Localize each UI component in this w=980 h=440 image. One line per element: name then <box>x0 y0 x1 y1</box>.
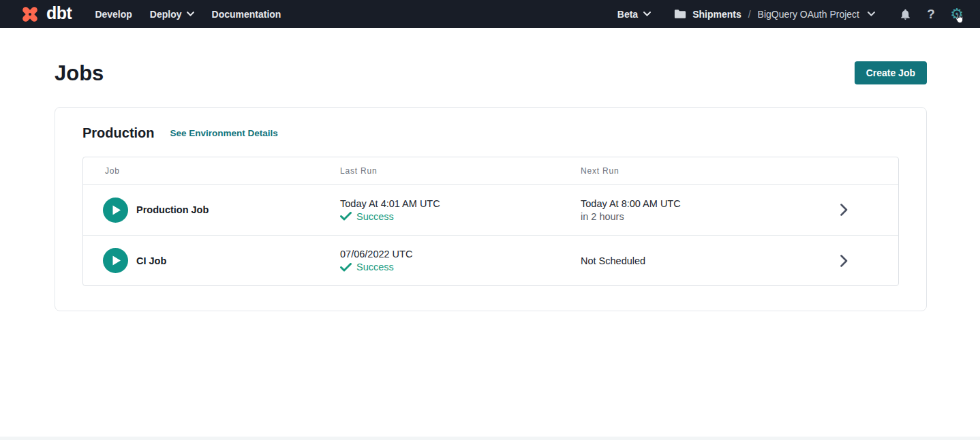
nav-item-develop-label: Develop <box>95 9 132 20</box>
navbar-right: Beta Shipments / BigQuery OAuth Project … <box>617 6 965 22</box>
column-header-next-run: Next Run <box>581 166 822 176</box>
chevron-down-icon <box>868 12 875 16</box>
job-name: CI Job <box>136 255 166 266</box>
question-mark-icon: ? <box>927 7 935 20</box>
nav-item-develop[interactable]: Develop <box>95 9 132 20</box>
table-row-production-job[interactable]: Production Job Today At 4:01 AM UTC Succ… <box>83 185 898 235</box>
check-icon <box>340 212 352 221</box>
job-cell: Production Job <box>103 198 340 223</box>
notifications-button[interactable] <box>897 6 913 22</box>
dbt-logo-icon <box>19 3 41 25</box>
jobs-table: Job Last Run Next Run Production Job Tod… <box>82 157 899 286</box>
column-header-last-run: Last Run <box>340 166 581 176</box>
viewport-bottom-edge <box>0 437 980 440</box>
folder-icon <box>674 9 686 19</box>
last-run-time: 07/06/2022 UTC <box>340 249 581 260</box>
chevron-down-icon <box>187 12 194 16</box>
nav-item-documentation[interactable]: Documentation <box>212 9 281 20</box>
settings-button[interactable]: ⚙ <box>949 6 965 22</box>
top-navbar: dbt Develop Deploy Documentation Beta <box>0 0 980 28</box>
row-open-button[interactable] <box>822 204 898 216</box>
help-button[interactable]: ? <box>923 6 939 22</box>
project-name: BigQuery OAuth Project <box>758 9 859 20</box>
status-label: Success <box>356 262 394 272</box>
next-run-time: Not Scheduled <box>581 255 822 266</box>
see-environment-details-link[interactable]: See Environment Details <box>170 128 278 138</box>
next-run-relative: in 2 hours <box>581 211 822 222</box>
environment-name: Production <box>82 125 155 141</box>
job-cell: CI Job <box>103 248 340 273</box>
table-row-ci-job[interactable]: CI Job 07/06/2022 UTC Success Not Schedu… <box>83 235 898 285</box>
run-job-button[interactable] <box>103 198 128 223</box>
next-run-time: Today At 8:00 AM UTC <box>581 198 822 209</box>
beta-label: Beta <box>617 9 638 20</box>
breadcrumb-separator: / <box>748 9 752 20</box>
next-run-cell: Not Scheduled <box>581 255 822 266</box>
nav-item-documentation-label: Documentation <box>212 9 281 20</box>
beta-selector[interactable]: Beta <box>617 9 651 20</box>
run-job-button[interactable] <box>103 248 128 273</box>
check-icon <box>340 263 352 272</box>
nav-item-deploy[interactable]: Deploy <box>150 9 194 20</box>
chevron-right-icon <box>840 204 848 216</box>
column-header-job: Job <box>105 166 340 176</box>
dbt-logo-text: dbt <box>46 5 72 24</box>
page-title: Jobs <box>55 61 104 86</box>
last-run-time: Today At 4:01 AM UTC <box>340 198 581 209</box>
last-run-cell: 07/06/2022 UTC Success <box>340 249 581 272</box>
environment-header: Production See Environment Details <box>82 125 899 141</box>
project-selector[interactable]: Shipments / BigQuery OAuth Project <box>674 9 875 20</box>
chevron-right-icon <box>840 255 848 267</box>
mouse-cursor-pointer <box>954 13 964 27</box>
bell-icon <box>899 7 912 21</box>
status-label: Success <box>356 211 394 222</box>
next-run-cell: Today At 8:00 AM UTC in 2 hours <box>581 198 822 222</box>
environment-card: Production See Environment Details Job L… <box>55 107 927 311</box>
row-open-button[interactable] <box>822 255 898 267</box>
nav-item-deploy-label: Deploy <box>150 9 182 20</box>
job-name: Production Job <box>136 204 209 215</box>
last-run-status: Success <box>340 211 581 222</box>
jobs-table-header: Job Last Run Next Run <box>83 157 898 185</box>
account-name: Shipments <box>692 9 741 20</box>
last-run-status: Success <box>340 262 581 272</box>
dbt-logo[interactable]: dbt <box>19 3 72 25</box>
create-job-button[interactable]: Create Job <box>855 61 927 84</box>
chevron-down-icon <box>643 12 651 16</box>
last-run-cell: Today At 4:01 AM UTC Success <box>340 198 581 222</box>
main-nav: Develop Deploy Documentation <box>95 9 281 20</box>
page-header: Jobs Create Job <box>0 28 980 86</box>
